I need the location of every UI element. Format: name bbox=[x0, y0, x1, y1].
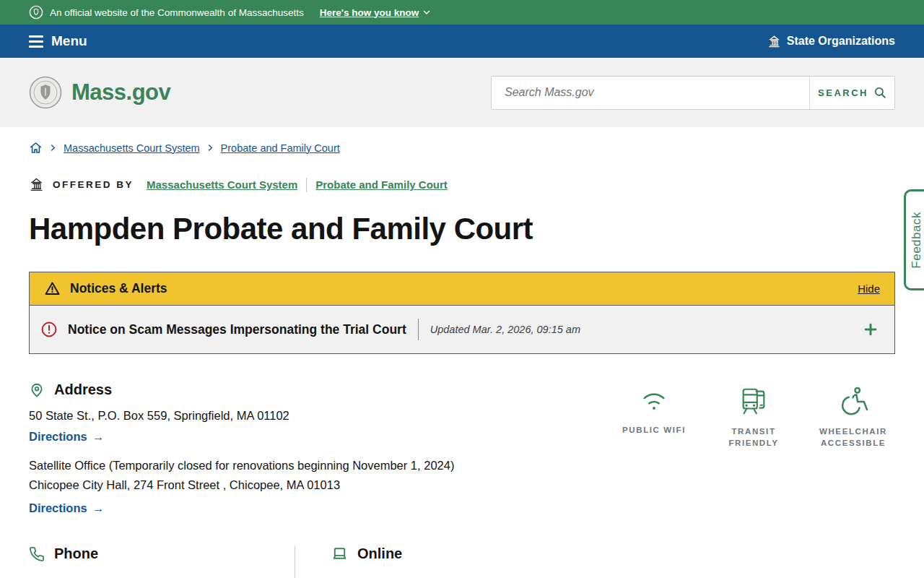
offered-by: OFFERED BY Massachusetts Court System Pr… bbox=[29, 177, 895, 192]
how-you-know-link[interactable]: Here's how you know bbox=[320, 7, 432, 18]
menu-label: Menu bbox=[51, 33, 87, 49]
breadcrumb-link-probate-family[interactable]: Probate and Family Court bbox=[221, 142, 340, 154]
address-block: Address 50 State St., P.O. Box 559, Spri… bbox=[29, 381, 454, 515]
wifi-icon bbox=[637, 386, 671, 415]
phone-block: Phone Register’s Office (413) 748-7760 bbox=[29, 545, 295, 578]
capitol-building-icon bbox=[29, 177, 44, 192]
warning-triangle-icon bbox=[44, 280, 61, 297]
wheelchair-icon bbox=[837, 386, 869, 416]
breadcrumb-link-court-system[interactable]: Massachusetts Court System bbox=[64, 142, 200, 154]
satellite-office-line2: Chicopee City Hall, 274 Front Street , C… bbox=[29, 475, 454, 495]
phone-icon bbox=[29, 546, 45, 562]
massgov-logo-text: Mass.gov bbox=[71, 79, 170, 105]
amenity-wheelchair-accessible: WHEELCHAIR ACCESSIBLE bbox=[811, 386, 895, 449]
directions-label: Directions bbox=[29, 430, 87, 444]
chevron-down-icon bbox=[422, 8, 431, 17]
online-block: Online Email: bbox=[295, 545, 402, 578]
search-button-label: SEARCH bbox=[818, 87, 868, 98]
divider bbox=[418, 319, 419, 340]
directions-link[interactable]: Directions → bbox=[29, 430, 104, 444]
notice-title: Notice on Scam Messages Impersonating th… bbox=[68, 322, 406, 337]
offered-by-link-probate-family[interactable]: Probate and Family Court bbox=[315, 178, 448, 191]
main-nav: Menu State Organizations bbox=[0, 25, 924, 58]
offered-by-label: OFFERED BY bbox=[53, 179, 134, 190]
amenity-label: PUBLIC WIFI bbox=[622, 424, 686, 436]
offered-by-link-court-system[interactable]: Massachusetts Court System bbox=[147, 178, 297, 191]
official-banner: An official website of the Commonwealth … bbox=[0, 0, 924, 25]
capitol-building-icon bbox=[767, 35, 781, 48]
address-heading: Address bbox=[54, 381, 112, 398]
amenity-label: TRANSIT FRIENDLY bbox=[712, 426, 796, 449]
amenity-label: WHEELCHAIR ACCESSIBLE bbox=[811, 426, 895, 449]
menu-button[interactable]: Menu bbox=[29, 33, 87, 49]
feedback-label: Feedback bbox=[910, 212, 924, 269]
chevron-right-icon bbox=[49, 144, 57, 152]
feedback-tab[interactable]: Feedback bbox=[904, 189, 924, 290]
directions-label: Directions bbox=[29, 501, 87, 515]
address-main: 50 State St., P.O. Box 559, Springfield,… bbox=[29, 409, 454, 423]
notices-header: Notices & Alerts Hide bbox=[30, 272, 894, 305]
alert-circle-icon bbox=[40, 321, 58, 338]
state-organizations-label: State Organizations bbox=[787, 35, 895, 48]
amenity-transit-friendly: TRANSIT FRIENDLY bbox=[712, 386, 796, 449]
transit-icon bbox=[737, 386, 770, 416]
hide-link[interactable]: Hide bbox=[858, 282, 880, 295]
home-icon[interactable] bbox=[29, 141, 43, 155]
page-title: Hampden Probate and Family Court bbox=[29, 212, 895, 246]
breadcrumb: Massachusetts Court System Probate and F… bbox=[29, 141, 895, 155]
divider bbox=[306, 178, 307, 192]
state-organizations-link[interactable]: State Organizations bbox=[767, 35, 895, 48]
notices-heading: Notices & Alerts bbox=[70, 281, 167, 296]
official-banner-text: An official website of the Commonwealth … bbox=[50, 7, 304, 18]
search-input[interactable] bbox=[492, 77, 809, 109]
massgov-seal-icon bbox=[29, 76, 62, 109]
satellite-office-line1: Satellite Office (Temporarily closed for… bbox=[29, 456, 454, 475]
location-section: Address 50 State St., P.O. Box 559, Spri… bbox=[29, 381, 895, 515]
chevron-right-icon bbox=[206, 144, 214, 152]
notice-row[interactable]: Notice on Scam Messages Impersonating th… bbox=[30, 305, 894, 353]
laptop-icon bbox=[331, 545, 348, 562]
satellite-directions-link[interactable]: Directions → bbox=[29, 501, 104, 515]
amenities: PUBLIC WIFI TRANSIT FRIENDLY WHEELCHAIR … bbox=[612, 381, 895, 449]
massgov-logo[interactable]: Mass.gov bbox=[29, 76, 170, 109]
online-heading: Online bbox=[357, 545, 402, 562]
search-bar: SEARCH bbox=[491, 76, 895, 110]
phone-heading: Phone bbox=[54, 545, 98, 562]
map-pin-icon bbox=[29, 382, 45, 398]
hamburger-icon bbox=[29, 35, 43, 48]
notices-panel: Notices & Alerts Hide Notice on Scam Mes… bbox=[29, 272, 895, 354]
site-header: Mass.gov SEARCH bbox=[0, 58, 924, 127]
state-seal-icon bbox=[29, 5, 43, 20]
notice-updated: Updated Mar. 2, 2026, 09:15 am bbox=[430, 324, 580, 335]
arrow-right-icon: → bbox=[92, 501, 105, 515]
arrow-right-icon: → bbox=[92, 430, 105, 444]
search-icon bbox=[873, 86, 886, 99]
contact-section: Phone Register’s Office (413) 748-7760 O… bbox=[29, 545, 895, 578]
amenity-public-wifi: PUBLIC WIFI bbox=[612, 386, 696, 449]
how-you-know-label: Here's how you know bbox=[320, 7, 419, 18]
search-button[interactable]: SEARCH bbox=[809, 77, 894, 109]
expand-notice-button[interactable] bbox=[863, 322, 879, 337]
